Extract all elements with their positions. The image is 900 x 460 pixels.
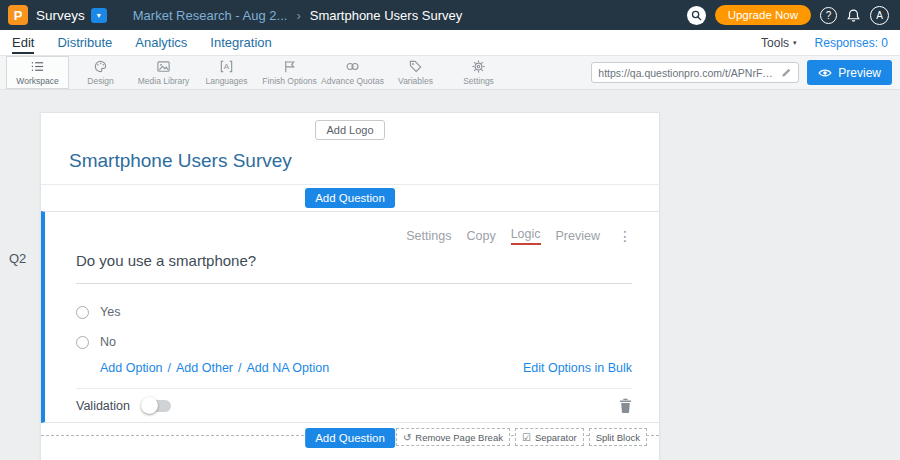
split-block-button[interactable]: Split Block [589, 428, 647, 446]
question-number: Q2 [9, 251, 26, 266]
responses-link[interactable]: Responses: 0 [815, 36, 888, 50]
gear-icon [471, 59, 486, 74]
chevron-down-icon[interactable]: ▾ [91, 8, 107, 23]
upgrade-now-button[interactable]: Upgrade Now [715, 5, 811, 25]
toolbar-item-design[interactable]: Design [69, 56, 132, 89]
answer-option-row: Yes [76, 305, 632, 319]
survey-card: Add Logo Smartphone Users Survey Add Que… [40, 112, 660, 460]
toolbar-item-label: Languages [205, 76, 247, 86]
answer-option-row: No [76, 335, 632, 349]
question-preview-link[interactable]: Preview [556, 229, 600, 243]
breadcrumb-current: Smartphone Users Survey [310, 8, 462, 23]
svg-text:A: A [224, 62, 230, 71]
toolbar-item-label: Finish Options [262, 76, 316, 86]
tab-integration[interactable]: Integration [210, 32, 271, 54]
question-text[interactable]: Do you use a smartphone? [76, 252, 632, 284]
toolbar-item-workspace[interactable]: Workspace [6, 56, 69, 89]
nav-right: Tools ▾ Responses: 0 [761, 36, 888, 50]
avatar[interactable]: A [870, 6, 889, 25]
split-block-label: Split Block [596, 432, 640, 443]
page-controls: ↺ Remove Page Break ☑ Separator Split Bl… [396, 428, 647, 446]
toolbar-item-label: Media Library [138, 76, 190, 86]
image-icon [156, 59, 171, 74]
tools-menu[interactable]: Tools ▾ [761, 36, 797, 50]
question-logic-link[interactable]: Logic [511, 227, 541, 245]
question-copy-link[interactable]: Copy [466, 229, 495, 243]
flag-icon [282, 59, 297, 74]
toolbar-item-languages[interactable]: A Languages [195, 56, 258, 89]
pencil-icon[interactable] [781, 67, 792, 78]
builder-canvas: Q2 Add Logo Smartphone Users Survey Add … [0, 90, 900, 460]
option-links-row: Add Option / Add Other / Add NA Option E… [76, 361, 632, 375]
breadcrumb-separator-icon: › [296, 8, 300, 23]
question-settings-link[interactable]: Settings [406, 229, 451, 243]
tools-label: Tools [761, 36, 789, 50]
list-icon [30, 59, 45, 74]
builder-toolbar: Workspace Design Media Library A Languag… [0, 56, 900, 90]
trash-icon [619, 398, 632, 413]
tag-icon [408, 59, 423, 74]
add-option-link[interactable]: Add Option [100, 361, 163, 375]
radio-button[interactable] [76, 306, 89, 319]
toolbar-item-label: Variables [398, 76, 433, 86]
toggle-knob [141, 397, 158, 414]
delete-question-button[interactable] [619, 398, 632, 413]
page-footer: Add Question ↺ Remove Page Break ☑ Separ… [41, 423, 659, 460]
add-other-link[interactable]: Add Other [176, 361, 233, 375]
top-bar: P Surveys ▾ Market Research - Aug 2... ›… [0, 0, 900, 30]
question-actions: Settings Copy Logic Preview ⋮ [76, 212, 632, 245]
remove-page-break-label: Remove Page Break [415, 432, 503, 443]
validation-row: Validation [76, 389, 632, 422]
breadcrumb: Market Research - Aug 2... › Smartphone … [133, 8, 462, 23]
add-question-button-top[interactable]: Add Question [305, 188, 395, 208]
toolbar-item-label: Workspace [16, 76, 58, 86]
option-label[interactable]: No [100, 335, 116, 349]
toolbar-item-label: Advance Quotas [321, 76, 384, 86]
survey-url: https://qa.questionpro.com/t/APNrFZgQ [598, 67, 777, 79]
survey-title[interactable]: Smartphone Users Survey [41, 140, 659, 185]
toolbar-item-finish-options[interactable]: Finish Options [258, 56, 321, 89]
toolbar-item-settings[interactable]: Settings [447, 56, 510, 89]
add-na-option-link[interactable]: Add NA Option [247, 361, 330, 375]
radio-button[interactable] [76, 336, 89, 349]
add-question-button-bottom[interactable]: Add Question [305, 428, 395, 448]
toolbar-right: https://qa.questionpro.com/t/APNrFZgQ Pr… [591, 56, 900, 89]
toolbar-item-label: Design [87, 76, 113, 86]
search-icon [691, 10, 702, 21]
vertical-dots-icon[interactable]: ⋮ [618, 229, 632, 243]
translate-icon: A [219, 59, 234, 74]
toolbar-item-variables[interactable]: Variables [384, 56, 447, 89]
question-block: Settings Copy Logic Preview ⋮ Do you use… [41, 211, 659, 423]
toolbar-item-advance-quotas[interactable]: Advance Quotas [321, 56, 384, 89]
add-logo-button[interactable]: Add Logo [315, 120, 384, 140]
survey-url-field[interactable]: https://qa.questionpro.com/t/APNrFZgQ [591, 62, 799, 83]
remove-page-break-button[interactable]: ↺ Remove Page Break [396, 428, 510, 446]
tab-analytics[interactable]: Analytics [135, 32, 187, 54]
breadcrumb-parent[interactable]: Market Research - Aug 2... [133, 8, 288, 23]
toolbar-item-media-library[interactable]: Media Library [132, 56, 195, 89]
undo-arrow-icon: ↺ [403, 432, 411, 443]
eye-icon [818, 68, 832, 78]
tab-distribute[interactable]: Distribute [57, 32, 112, 54]
section-nav: Edit Distribute Analytics Integration To… [0, 30, 900, 56]
bell-icon[interactable] [846, 8, 861, 23]
preview-button[interactable]: Preview [807, 60, 892, 85]
link-separator: / [238, 361, 241, 375]
help-button[interactable]: ? [820, 7, 837, 24]
chevron-down-icon: ▾ [793, 39, 797, 47]
tab-edit[interactable]: Edit [12, 32, 34, 54]
link-separator: / [168, 361, 171, 375]
option-label[interactable]: Yes [100, 305, 120, 319]
separator-button[interactable]: ☑ Separator [515, 428, 584, 446]
topbar-actions: Upgrade Now ? A [687, 5, 889, 25]
questionpro-logo[interactable]: P [8, 5, 28, 25]
preview-label: Preview [838, 66, 881, 80]
product-menu-label[interactable]: Surveys [36, 8, 85, 23]
validation-toggle[interactable] [142, 400, 171, 412]
toolbar-item-label: Settings [463, 76, 494, 86]
search-button[interactable] [687, 6, 706, 25]
palette-icon [93, 59, 108, 74]
edit-options-in-bulk-link[interactable]: Edit Options in Bulk [523, 361, 632, 375]
separator-label: Separator [535, 432, 577, 443]
validation-label: Validation [76, 399, 130, 413]
